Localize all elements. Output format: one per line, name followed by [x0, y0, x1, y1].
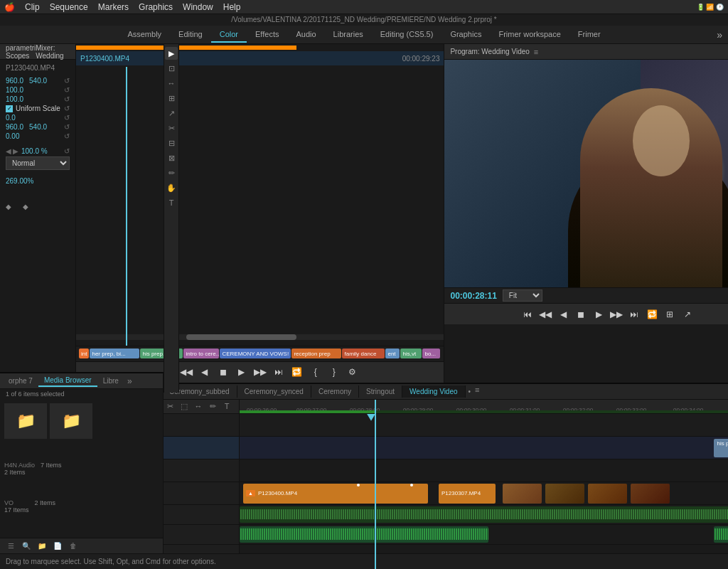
v1-clip-thumb-3[interactable]: [588, 484, 627, 504]
btn-go-end[interactable]: ⏭: [271, 364, 287, 380]
opacity-value[interactable]: 100.0 %: [21, 147, 48, 155]
tab-editing[interactable]: Editing: [170, 27, 211, 43]
vtool-slip[interactable]: ⊟: [165, 137, 178, 149]
v1-clip-thumb-1[interactable]: [503, 484, 542, 504]
btn-play[interactable]: ▶: [234, 364, 250, 380]
rotation-reset-icon[interactable]: ↺: [64, 114, 70, 122]
menu-help[interactable]: Help: [223, 2, 241, 12]
menu-markers[interactable]: Markers: [98, 2, 129, 12]
btn-step-fwd[interactable]: ▶▶: [252, 364, 268, 380]
anchor-reset-icon[interactable]: ↺: [64, 123, 70, 131]
tl-cut-tool[interactable]: ✂: [164, 400, 176, 413]
tl-tab-ceremony[interactable]: Ceremony: [311, 385, 359, 398]
v1-clip-main[interactable]: ▲ P1230400.MP4: [243, 484, 428, 504]
anchor-z-value[interactable]: 0.00: [6, 132, 19, 140]
footer-btn-new-bin[interactable]: 📁: [36, 540, 48, 553]
prog-btn-safe[interactable]: ⊞: [662, 307, 678, 322]
seq-clip-intro[interactable]: intro to cere...: [183, 349, 219, 358]
opacity-nav[interactable]: ◀▶: [6, 147, 18, 155]
btn-stop[interactable]: ◼: [215, 364, 231, 380]
tab-graphics[interactable]: Graphics: [441, 27, 490, 43]
opacity-reset-icon[interactable]: ↺: [64, 147, 70, 155]
v1-clip-2[interactable]: P1230307.MP4: [439, 484, 496, 504]
src-tab-orphe[interactable]: orphe 7: [3, 376, 38, 386]
tl-ripple-tool[interactable]: ⬚: [178, 400, 191, 413]
timeline-menu-icon[interactable]: ≡: [471, 385, 483, 398]
footer-btn-trash[interactable]: 🗑: [67, 540, 80, 553]
footer-btn-new-item[interactable]: 📄: [51, 540, 64, 553]
prog-btn-stop[interactable]: ◼: [573, 307, 589, 322]
seq-clip-bo[interactable]: bo...: [422, 349, 440, 358]
prog-btn-loop[interactable]: 🔁: [644, 307, 660, 322]
seq-clip-her-prep[interactable]: her prep, bi...: [90, 349, 139, 358]
media-folder-1[interactable]: 📁: [4, 403, 47, 439]
keyframe-icon-2[interactable]: ◆: [23, 203, 28, 211]
position-reset-icon[interactable]: ↺: [64, 77, 70, 85]
vtool-type[interactable]: T: [165, 196, 178, 209]
tab-assembly[interactable]: Assembly: [119, 27, 170, 43]
tl-tab-wedding[interactable]: Wedding Video: [402, 385, 465, 398]
vtool-track-select[interactable]: ⊡: [165, 62, 178, 75]
menu-window[interactable]: Window: [183, 2, 213, 12]
prog-btn-step-back-1[interactable]: ◀: [555, 307, 571, 322]
btn-mark-in[interactable]: {: [308, 364, 323, 380]
seq-clip-ent[interactable]: ent: [385, 349, 400, 358]
btn-settings[interactable]: ⚙: [345, 364, 360, 380]
anchor-x-value[interactable]: 960.0: [6, 123, 23, 131]
v1-clip-thumb-4[interactable]: [631, 484, 670, 504]
seq-clip-ceremony[interactable]: CEREMONY AND VOWS!: [220, 349, 291, 358]
media-folder-2[interactable]: 📁: [50, 403, 92, 439]
vtool-razor[interactable]: ✂: [165, 122, 178, 134]
prog-btn-step-back[interactable]: ◀◀: [537, 307, 553, 322]
btn-mark-out[interactable]: }: [326, 364, 342, 380]
uniform-scale-checkbox[interactable]: [6, 105, 13, 112]
tl-type-tool[interactable]: T: [220, 400, 233, 413]
menu-clip[interactable]: Clip: [25, 2, 40, 12]
workspace-tabs-more[interactable]: »: [717, 29, 722, 41]
menu-apple[interactable]: 🍎: [4, 2, 15, 12]
prog-btn-step-fwd[interactable]: ▶▶: [609, 307, 624, 322]
btn-step-back[interactable]: ◀◀: [178, 364, 194, 380]
vtool-hand[interactable]: ✋: [165, 181, 178, 194]
prog-btn-go-end[interactable]: ⏭: [626, 307, 642, 322]
tl-pen-tool[interactable]: ✏: [206, 400, 219, 413]
seq-clip-reception[interactable]: reception prep: [291, 349, 341, 358]
keyframe-icon-1[interactable]: ◆: [6, 203, 11, 211]
mini-scrollbar[interactable]: [76, 334, 444, 340]
vtool-rolling[interactable]: ⊞: [165, 92, 178, 105]
blend-mode-dropdown[interactable]: Normal Multiply Screen: [6, 156, 70, 170]
seq-clip-hisvt[interactable]: his,vt: [400, 349, 422, 358]
footer-btn-list[interactable]: ☰: [4, 540, 17, 553]
position-x-value[interactable]: 960.0: [6, 77, 23, 85]
vtool-slide[interactable]: ⊠: [165, 151, 178, 164]
uniform-scale-reset[interactable]: ↺: [64, 105, 70, 112]
vtool-pen[interactable]: ✏: [165, 166, 178, 179]
btn-loop[interactable]: 🔁: [289, 364, 305, 380]
scale-y-value[interactable]: 100.0: [6, 95, 23, 103]
scale-y-reset-icon[interactable]: ↺: [64, 95, 70, 103]
prog-btn-export[interactable]: ↗: [680, 307, 695, 322]
prog-btn-play[interactable]: ▶: [591, 307, 606, 322]
position-y-value[interactable]: 540.0: [29, 77, 47, 85]
scale-x-value[interactable]: 100.0: [6, 86, 23, 94]
tab-libraries[interactable]: Libraries: [325, 27, 372, 43]
tl-tab-ceremony-synced[interactable]: Ceremony_synced: [237, 385, 311, 398]
tab-audio[interactable]: Audio: [287, 27, 324, 43]
tl-tab-stringout[interactable]: Stringout: [359, 385, 402, 398]
src-tab-media-browser[interactable]: Media Browser: [38, 375, 97, 387]
anchor-y-value[interactable]: 540.0: [29, 123, 47, 131]
src-tabs-more[interactable]: »: [127, 376, 132, 386]
v1-clip-thumb-2[interactable]: [545, 484, 584, 504]
tab-color[interactable]: Color: [211, 27, 247, 43]
v3-clip-his-prep[interactable]: his prep...: [714, 439, 728, 457]
mini-scrollbar-thumb[interactable]: [186, 334, 296, 340]
btn-step-back-1[interactable]: ◀: [197, 364, 213, 380]
menu-graphics[interactable]: Graphics: [139, 2, 173, 12]
fit-dropdown[interactable]: Fit 25% 50% 100%: [503, 289, 542, 302]
seq-clip-int[interactable]: int: [79, 349, 89, 358]
footer-btn-search[interactable]: 🔍: [20, 540, 33, 553]
prog-btn-go-start[interactable]: ⏮: [520, 307, 535, 322]
tab-effects[interactable]: Effects: [247, 27, 287, 43]
tab-frimer-workspace[interactable]: Frimer workspace: [490, 27, 569, 43]
vtool-select[interactable]: ▶: [165, 47, 178, 60]
